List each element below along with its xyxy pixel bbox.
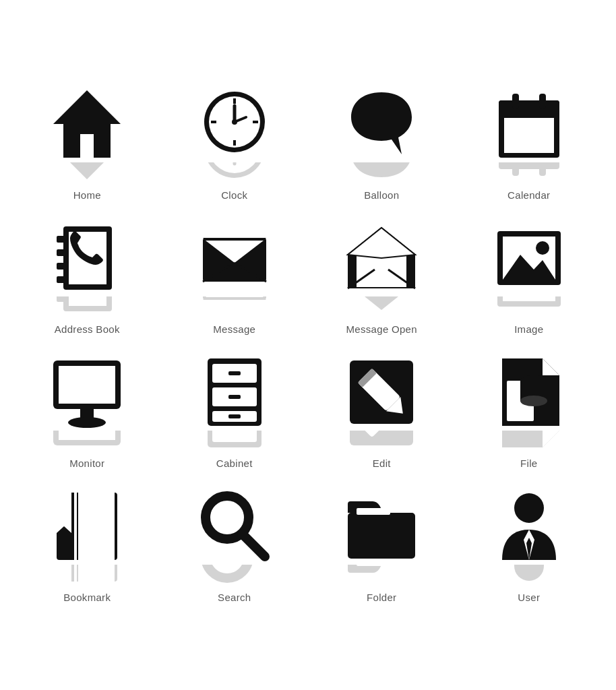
svg-rect-62 (59, 366, 115, 404)
icon-cell-home: Home (13, 80, 161, 208)
svg-point-107 (514, 493, 544, 523)
user-icon (492, 489, 566, 563)
icon-cell-monitor: Monitor (13, 348, 161, 476)
svg-rect-75 (228, 414, 241, 418)
svg-rect-84 (350, 431, 413, 445)
icon-cell-file: File (456, 348, 603, 476)
monitor-icon (50, 355, 124, 429)
icon-cell-bookmark: Bookmark (13, 482, 161, 610)
icon-cell-cabinet: Cabinet (161, 348, 309, 476)
cabinet-icon (197, 355, 272, 429)
svg-rect-93 (78, 493, 115, 560)
image-label: Image (514, 323, 543, 335)
bookmark-label: Bookmark (63, 592, 111, 603)
icon-cell-message: Message (161, 214, 309, 342)
svg-rect-47 (357, 256, 406, 287)
svg-rect-104 (357, 508, 390, 515)
clock-label: Clock (221, 189, 247, 201)
icon-cell-calendar: Calendar (456, 80, 603, 208)
svg-rect-24 (539, 162, 546, 176)
svg-rect-18 (504, 118, 554, 153)
address-book-icon (50, 221, 124, 295)
search-icon (197, 489, 272, 563)
message-open-icon (344, 221, 419, 295)
svg-marker-51 (348, 296, 415, 310)
svg-rect-30 (57, 276, 65, 283)
message-icon (197, 221, 272, 295)
svg-marker-1 (53, 162, 121, 179)
image-icon (492, 221, 566, 295)
svg-rect-77 (212, 431, 257, 442)
icon-cell-clock: Clock (161, 80, 309, 208)
svg-rect-32 (69, 296, 106, 306)
svg-line-100 (242, 534, 265, 557)
file-label: File (520, 458, 537, 469)
svg-rect-28 (57, 249, 65, 256)
folder-icon (344, 489, 419, 563)
svg-rect-19 (512, 94, 519, 108)
icon-cell-image: Image (456, 214, 603, 342)
svg-marker-50 (348, 228, 415, 258)
svg-rect-27 (57, 236, 65, 243)
icon-cell-user: User (456, 482, 603, 610)
calendar-icon (492, 87, 566, 161)
svg-point-110 (514, 565, 544, 581)
svg-rect-58 (503, 296, 555, 301)
file-icon (492, 355, 566, 429)
edit-label: Edit (373, 458, 391, 469)
clock-icon (197, 87, 272, 161)
icon-cell-folder: Folder (308, 482, 456, 610)
svg-rect-103 (348, 513, 415, 559)
folder-label: Folder (367, 592, 396, 603)
monitor-label: Monitor (69, 458, 104, 469)
icon-cell-address-book: Address Book (13, 214, 161, 342)
search-label: Search (218, 592, 251, 603)
svg-marker-44 (206, 296, 264, 297)
icon-cell-edit: Edit (308, 348, 456, 476)
svg-rect-29 (57, 263, 65, 270)
balloon-icon (344, 87, 419, 161)
svg-rect-17 (499, 100, 559, 115)
svg-rect-106 (357, 565, 390, 566)
bookmark-icon (50, 489, 124, 563)
cabinet-label: Cabinet (216, 458, 253, 469)
icon-cell-search: Search (161, 482, 309, 610)
message-open-label: Message Open (346, 323, 417, 335)
edit-icon (344, 355, 419, 429)
svg-rect-33 (57, 296, 65, 302)
svg-point-56 (536, 241, 549, 255)
svg-marker-98 (57, 565, 71, 582)
svg-rect-71 (228, 371, 241, 375)
svg-rect-73 (228, 395, 241, 399)
address-book-label: Address Book (55, 323, 120, 335)
svg-rect-20 (539, 94, 546, 108)
icon-cell-message-open: Message Open (308, 214, 456, 342)
home-label: Home (73, 189, 101, 201)
svg-rect-66 (59, 431, 115, 440)
svg-rect-23 (512, 162, 519, 176)
svg-point-101 (206, 565, 249, 578)
svg-point-64 (68, 417, 106, 428)
svg-marker-0 (53, 90, 121, 158)
svg-rect-21 (499, 162, 559, 169)
calendar-label: Calendar (507, 189, 550, 201)
balloon-label: Balloon (364, 189, 399, 201)
home-icon (50, 87, 124, 161)
user-label: User (518, 592, 540, 603)
svg-rect-97 (78, 565, 115, 582)
message-label: Message (213, 323, 255, 335)
icon-grid: Home (0, 60, 616, 630)
svg-point-10 (232, 119, 237, 125)
svg-point-90 (520, 396, 547, 406)
icon-cell-balloon: Balloon (308, 80, 456, 208)
